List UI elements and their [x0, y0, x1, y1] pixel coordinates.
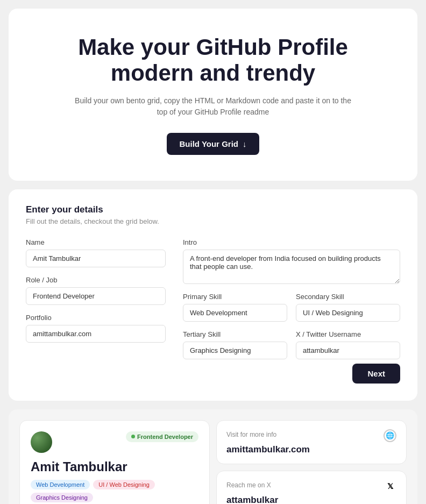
form-section: Enter your details Fill out the details,… — [9, 189, 417, 401]
form-actions: Next — [26, 364, 400, 384]
role-dot-indicator — [131, 435, 135, 438]
download-icon: ↓ — [243, 139, 247, 148]
role-badge-label: Frontend Developer — [137, 434, 193, 440]
portfolio-card: Visit for more info 🌐 amittambulkar.com — [216, 420, 407, 464]
intro-input[interactable] — [183, 250, 400, 284]
profile-card: Frontend Developer Amit Tambulkar Web De… — [19, 420, 210, 504]
portfolio-card-label: Visit for more info — [226, 431, 276, 438]
primary-secondary-skills-row: Primary Skill Secondary Skill — [183, 293, 400, 322]
hero-section: Make your GitHub Profile modern and tren… — [9, 9, 417, 181]
role-input[interactable] — [26, 287, 166, 305]
tertiary-twitter-row: Tertiary Skill X / Twitter Username — [183, 330, 400, 359]
name-label: Name — [26, 238, 166, 246]
role-badge: Frontend Developer — [126, 431, 198, 442]
primary-skill-group: Primary Skill — [183, 293, 287, 322]
tertiary-skill-group: Tertiary Skill — [183, 330, 287, 359]
preview-section: Frontend Developer Amit Tambulkar Web De… — [9, 409, 417, 504]
twitter-input[interactable] — [296, 342, 400, 359]
intro-label: Intro — [183, 238, 400, 246]
secondary-skill-label: Secondary Skill — [296, 293, 400, 301]
portfolio-card-header: Visit for more info 🌐 — [226, 429, 396, 442]
hero-subtitle: Build your own bento grid, copy the HTML… — [73, 95, 353, 118]
twitter-card-value: attambulkar — [226, 495, 396, 504]
avatar — [31, 431, 52, 453]
name-group: Name — [26, 238, 166, 267]
skills-tags: Web Development UI / Web Designing Graph… — [31, 480, 198, 502]
twitter-group: X / Twitter Username — [296, 330, 400, 359]
portfolio-label: Portfolio — [26, 314, 166, 322]
twitter-card: Reach me on X 𝕏 attambulkar — [216, 471, 407, 504]
avatar-image — [31, 431, 52, 453]
form-grid: Name Role / Job Portfolio Intro Primary … — [26, 238, 400, 359]
profile-name: Amit Tambulkar — [31, 459, 198, 474]
secondary-skill-group: Secondary Skill — [296, 293, 400, 322]
primary-skill-label: Primary Skill — [183, 293, 287, 301]
portfolio-group: Portfolio — [26, 314, 166, 343]
form-section-subtitle: Fill out the details, checkout the grid … — [26, 217, 400, 225]
form-left-col: Name Role / Job Portfolio — [26, 238, 183, 359]
tertiary-skill-input[interactable] — [183, 342, 287, 359]
twitter-card-header: Reach me on X 𝕏 — [226, 480, 396, 493]
skill-tag-tertiary: Graphics Designing — [31, 493, 93, 502]
info-cards-column: Visit for more info 🌐 amittambulkar.com … — [216, 420, 407, 504]
next-button[interactable]: Next — [352, 364, 400, 384]
tertiary-skill-label: Tertiary Skill — [183, 330, 287, 338]
twitter-card-label: Reach me on X — [226, 481, 271, 489]
skill-tag-primary: Web Development — [31, 480, 90, 489]
form-section-title: Enter your details — [26, 204, 400, 215]
primary-skill-input[interactable] — [183, 304, 287, 322]
name-input[interactable] — [26, 250, 166, 267]
role-label: Role / Job — [26, 276, 166, 284]
skill-tag-secondary: UI / Web Designing — [93, 480, 155, 489]
form-right-col: Intro Primary Skill Secondary Skill Tert… — [183, 238, 400, 359]
intro-group: Intro — [183, 238, 400, 284]
portfolio-input[interactable] — [26, 325, 166, 343]
role-group: Role / Job — [26, 276, 166, 305]
secondary-skill-input[interactable] — [296, 304, 400, 322]
x-twitter-icon: 𝕏 — [384, 480, 396, 493]
build-grid-button[interactable]: Build Your Grid ↓ — [167, 133, 260, 155]
profile-header: Frontend Developer — [31, 431, 198, 453]
hero-title: Make your GitHub Profile modern and tren… — [30, 34, 396, 87]
portfolio-card-value: amittambulkar.com — [226, 444, 396, 455]
twitter-label: X / Twitter Username — [296, 330, 400, 338]
build-grid-label: Build Your Grid — [180, 139, 238, 148]
globe-icon: 🌐 — [384, 429, 396, 442]
